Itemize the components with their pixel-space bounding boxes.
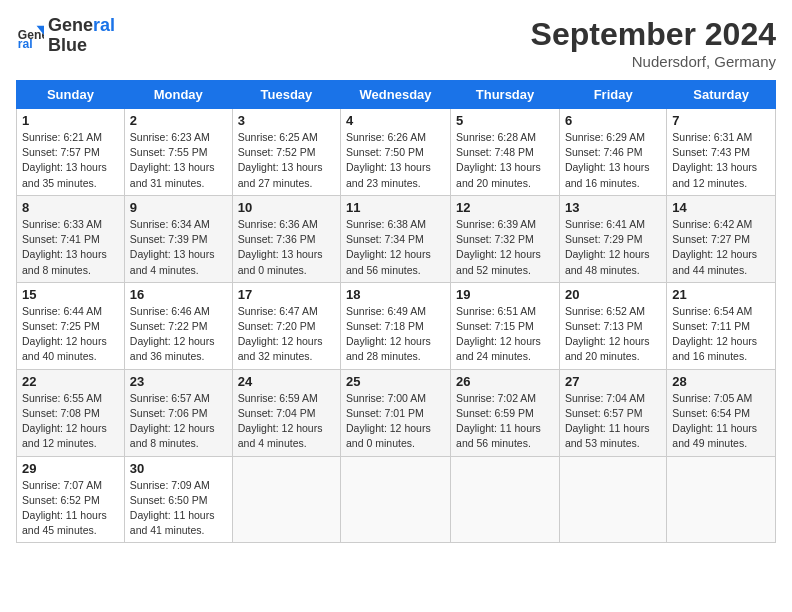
day-number: 29 <box>22 461 119 476</box>
day-of-week-sunday: Sunday <box>17 81 125 109</box>
day-number: 30 <box>130 461 227 476</box>
day-info: Sunrise: 6:51 AM Sunset: 7:15 PM Dayligh… <box>456 304 554 365</box>
day-info: Sunrise: 6:44 AM Sunset: 7:25 PM Dayligh… <box>22 304 119 365</box>
calendar-cell: 29Sunrise: 7:07 AM Sunset: 6:52 PM Dayli… <box>17 456 125 543</box>
calendar-cell: 10Sunrise: 6:36 AM Sunset: 7:36 PM Dayli… <box>232 195 340 282</box>
day-info: Sunrise: 6:41 AM Sunset: 7:29 PM Dayligh… <box>565 217 661 278</box>
day-info: Sunrise: 6:57 AM Sunset: 7:06 PM Dayligh… <box>130 391 227 452</box>
day-info: Sunrise: 6:47 AM Sunset: 7:20 PM Dayligh… <box>238 304 335 365</box>
day-of-week-monday: Monday <box>124 81 232 109</box>
logo-text: General Blue <box>48 16 115 56</box>
day-of-week-wednesday: Wednesday <box>341 81 451 109</box>
calendar-cell: 4Sunrise: 6:26 AM Sunset: 7:50 PM Daylig… <box>341 109 451 196</box>
day-number: 21 <box>672 287 770 302</box>
calendar-cell: 9Sunrise: 6:34 AM Sunset: 7:39 PM Daylig… <box>124 195 232 282</box>
day-number: 11 <box>346 200 445 215</box>
day-number: 1 <box>22 113 119 128</box>
calendar-cell: 26Sunrise: 7:02 AM Sunset: 6:59 PM Dayli… <box>451 369 560 456</box>
day-number: 12 <box>456 200 554 215</box>
svg-text:ral: ral <box>18 37 33 50</box>
day-info: Sunrise: 7:02 AM Sunset: 6:59 PM Dayligh… <box>456 391 554 452</box>
day-number: 23 <box>130 374 227 389</box>
day-info: Sunrise: 7:04 AM Sunset: 6:57 PM Dayligh… <box>565 391 661 452</box>
calendar-cell: 22Sunrise: 6:55 AM Sunset: 7:08 PM Dayli… <box>17 369 125 456</box>
calendar-cell: 21Sunrise: 6:54 AM Sunset: 7:11 PM Dayli… <box>667 282 776 369</box>
day-info: Sunrise: 6:38 AM Sunset: 7:34 PM Dayligh… <box>346 217 445 278</box>
calendar-cell: 7Sunrise: 6:31 AM Sunset: 7:43 PM Daylig… <box>667 109 776 196</box>
calendar-table: SundayMondayTuesdayWednesdayThursdayFrid… <box>16 80 776 543</box>
day-info: Sunrise: 6:23 AM Sunset: 7:55 PM Dayligh… <box>130 130 227 191</box>
day-number: 4 <box>346 113 445 128</box>
day-info: Sunrise: 6:26 AM Sunset: 7:50 PM Dayligh… <box>346 130 445 191</box>
day-info: Sunrise: 6:59 AM Sunset: 7:04 PM Dayligh… <box>238 391 335 452</box>
day-of-week-tuesday: Tuesday <box>232 81 340 109</box>
day-info: Sunrise: 6:54 AM Sunset: 7:11 PM Dayligh… <box>672 304 770 365</box>
day-of-week-friday: Friday <box>559 81 666 109</box>
day-number: 19 <box>456 287 554 302</box>
title-block: September 2024 Nudersdorf, Germany <box>531 16 776 70</box>
day-number: 10 <box>238 200 335 215</box>
calendar-week-1: 1Sunrise: 6:21 AM Sunset: 7:57 PM Daylig… <box>17 109 776 196</box>
day-number: 2 <box>130 113 227 128</box>
day-info: Sunrise: 6:25 AM Sunset: 7:52 PM Dayligh… <box>238 130 335 191</box>
calendar-cell: 13Sunrise: 6:41 AM Sunset: 7:29 PM Dayli… <box>559 195 666 282</box>
day-of-week-thursday: Thursday <box>451 81 560 109</box>
day-info: Sunrise: 6:49 AM Sunset: 7:18 PM Dayligh… <box>346 304 445 365</box>
day-number: 26 <box>456 374 554 389</box>
day-number: 8 <box>22 200 119 215</box>
day-info: Sunrise: 6:42 AM Sunset: 7:27 PM Dayligh… <box>672 217 770 278</box>
calendar-cell: 18Sunrise: 6:49 AM Sunset: 7:18 PM Dayli… <box>341 282 451 369</box>
day-info: Sunrise: 6:36 AM Sunset: 7:36 PM Dayligh… <box>238 217 335 278</box>
day-info: Sunrise: 6:55 AM Sunset: 7:08 PM Dayligh… <box>22 391 119 452</box>
day-info: Sunrise: 6:34 AM Sunset: 7:39 PM Dayligh… <box>130 217 227 278</box>
day-number: 18 <box>346 287 445 302</box>
day-info: Sunrise: 7:07 AM Sunset: 6:52 PM Dayligh… <box>22 478 119 539</box>
calendar-week-4: 22Sunrise: 6:55 AM Sunset: 7:08 PM Dayli… <box>17 369 776 456</box>
calendar-cell: 5Sunrise: 6:28 AM Sunset: 7:48 PM Daylig… <box>451 109 560 196</box>
logo-icon: Gene ral <box>16 22 44 50</box>
calendar-cell <box>451 456 560 543</box>
calendar-week-2: 8Sunrise: 6:33 AM Sunset: 7:41 PM Daylig… <box>17 195 776 282</box>
calendar-cell <box>232 456 340 543</box>
calendar-cell: 3Sunrise: 6:25 AM Sunset: 7:52 PM Daylig… <box>232 109 340 196</box>
day-number: 9 <box>130 200 227 215</box>
day-of-week-saturday: Saturday <box>667 81 776 109</box>
day-number: 22 <box>22 374 119 389</box>
day-number: 7 <box>672 113 770 128</box>
calendar-cell: 23Sunrise: 6:57 AM Sunset: 7:06 PM Dayli… <box>124 369 232 456</box>
calendar-cell: 15Sunrise: 6:44 AM Sunset: 7:25 PM Dayli… <box>17 282 125 369</box>
day-number: 25 <box>346 374 445 389</box>
day-number: 20 <box>565 287 661 302</box>
calendar-cell: 1Sunrise: 6:21 AM Sunset: 7:57 PM Daylig… <box>17 109 125 196</box>
day-info: Sunrise: 7:00 AM Sunset: 7:01 PM Dayligh… <box>346 391 445 452</box>
calendar-cell: 20Sunrise: 6:52 AM Sunset: 7:13 PM Dayli… <box>559 282 666 369</box>
day-number: 27 <box>565 374 661 389</box>
day-number: 6 <box>565 113 661 128</box>
logo: Gene ral General Blue <box>16 16 115 56</box>
day-number: 3 <box>238 113 335 128</box>
calendar-cell: 28Sunrise: 7:05 AM Sunset: 6:54 PM Dayli… <box>667 369 776 456</box>
day-number: 16 <box>130 287 227 302</box>
calendar-cell: 30Sunrise: 7:09 AM Sunset: 6:50 PM Dayli… <box>124 456 232 543</box>
calendar-cell <box>341 456 451 543</box>
day-number: 14 <box>672 200 770 215</box>
calendar-cell: 24Sunrise: 6:59 AM Sunset: 7:04 PM Dayli… <box>232 369 340 456</box>
day-info: Sunrise: 7:05 AM Sunset: 6:54 PM Dayligh… <box>672 391 770 452</box>
page-header: Gene ral General Blue September 2024 Nud… <box>16 16 776 70</box>
day-info: Sunrise: 7:09 AM Sunset: 6:50 PM Dayligh… <box>130 478 227 539</box>
calendar-cell: 6Sunrise: 6:29 AM Sunset: 7:46 PM Daylig… <box>559 109 666 196</box>
day-number: 24 <box>238 374 335 389</box>
calendar-cell: 14Sunrise: 6:42 AM Sunset: 7:27 PM Dayli… <box>667 195 776 282</box>
day-info: Sunrise: 6:33 AM Sunset: 7:41 PM Dayligh… <box>22 217 119 278</box>
calendar-cell <box>559 456 666 543</box>
calendar-cell: 2Sunrise: 6:23 AM Sunset: 7:55 PM Daylig… <box>124 109 232 196</box>
calendar-cell: 25Sunrise: 7:00 AM Sunset: 7:01 PM Dayli… <box>341 369 451 456</box>
calendar-cell: 12Sunrise: 6:39 AM Sunset: 7:32 PM Dayli… <box>451 195 560 282</box>
calendar-week-3: 15Sunrise: 6:44 AM Sunset: 7:25 PM Dayli… <box>17 282 776 369</box>
day-number: 15 <box>22 287 119 302</box>
calendar-cell: 19Sunrise: 6:51 AM Sunset: 7:15 PM Dayli… <box>451 282 560 369</box>
day-info: Sunrise: 6:21 AM Sunset: 7:57 PM Dayligh… <box>22 130 119 191</box>
calendar-cell: 8Sunrise: 6:33 AM Sunset: 7:41 PM Daylig… <box>17 195 125 282</box>
calendar-cell: 27Sunrise: 7:04 AM Sunset: 6:57 PM Dayli… <box>559 369 666 456</box>
day-number: 28 <box>672 374 770 389</box>
